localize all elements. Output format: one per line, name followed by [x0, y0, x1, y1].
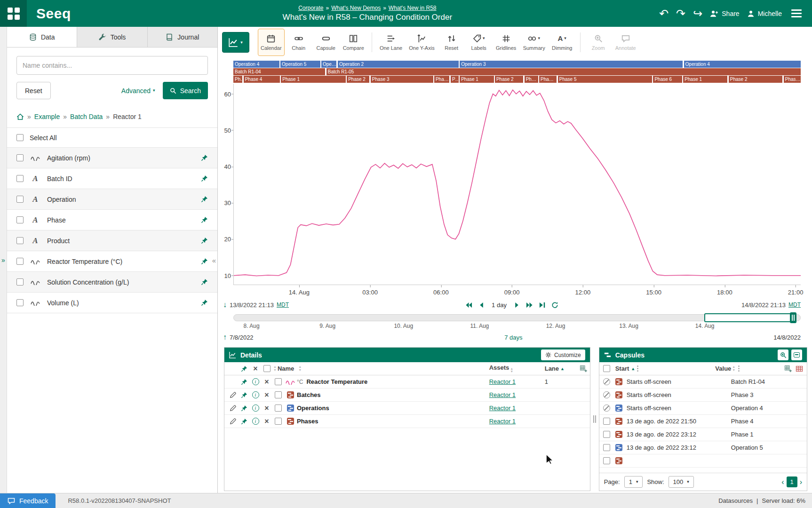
- column-menu-icon[interactable]: [637, 365, 638, 372]
- info-icon[interactable]: i: [252, 391, 259, 398]
- step-fast-back-button[interactable]: [465, 302, 472, 309]
- edit-icon[interactable]: [230, 392, 236, 398]
- column-lane[interactable]: Lane: [545, 365, 559, 372]
- row-checkbox[interactable]: [275, 378, 282, 385]
- toolbar-zoom-button[interactable]: Zoom: [585, 29, 612, 56]
- capsule-row[interactable]: Starts off-screen Operation 4: [599, 402, 807, 415]
- hamburger-menu-button[interactable]: [789, 8, 804, 19]
- step-fast-forward-button[interactable]: [526, 302, 533, 309]
- forward-share-icon[interactable]: ↪: [693, 8, 702, 19]
- item-checkbox[interactable]: [16, 258, 24, 265]
- zoom-to-capsules-button[interactable]: [778, 349, 788, 360]
- asset-link[interactable]: Reactor 1: [489, 378, 516, 385]
- item-checkbox[interactable]: [16, 299, 24, 306]
- show-select[interactable]: 100▾: [669, 476, 694, 488]
- pin-icon[interactable]: [241, 392, 247, 398]
- select-all-checkbox[interactable]: [16, 134, 24, 141]
- row-checkbox[interactable]: [603, 457, 610, 464]
- pin-icon[interactable]: [201, 258, 208, 265]
- capsule-segment[interactable]: Operation 3: [460, 61, 683, 68]
- row-checkbox[interactable]: [603, 444, 610, 451]
- remove-icon[interactable]: ×: [264, 391, 269, 399]
- capsule-segment[interactable]: Pha…: [539, 76, 557, 83]
- home-icon[interactable]: [16, 113, 24, 120]
- capsule-table-icon[interactable]: [796, 365, 803, 373]
- breadcrumb-link-demos[interactable]: What's New Demos: [331, 5, 381, 11]
- name-contains-input[interactable]: [16, 56, 208, 75]
- capsule-segment[interactable]: Batch R1-05: [326, 68, 801, 75]
- add-column-icon[interactable]: [580, 365, 587, 373]
- pin-icon[interactable]: [241, 379, 247, 385]
- step-to-end-button[interactable]: [539, 302, 546, 309]
- asset-link[interactable]: Reactor 1: [489, 418, 516, 425]
- item-row-solution-concentration[interactable]: Solution Concentration (g/L): [7, 272, 217, 293]
- item-checkbox[interactable]: [16, 237, 24, 244]
- item-checkbox[interactable]: [16, 196, 24, 203]
- step-back-button[interactable]: [478, 302, 485, 309]
- row-checkbox[interactable]: [275, 405, 282, 412]
- tab-tools[interactable]: Tools: [77, 27, 147, 47]
- asset-link[interactable]: Reactor 1: [489, 391, 516, 398]
- edit-icon[interactable]: [230, 405, 236, 412]
- capsule-segment[interactable]: Phase 1: [683, 76, 727, 83]
- display-range-selector[interactable]: [704, 313, 792, 322]
- auto-update-button[interactable]: [551, 302, 558, 309]
- capsule-row[interactable]: Starts off-screen Phase 3: [599, 389, 807, 402]
- plot-area[interactable]: 605040302010: [233, 84, 801, 285]
- add-column-icon[interactable]: [784, 365, 792, 373]
- redo-button[interactable]: ↷: [676, 8, 685, 19]
- toolbar-compare-button[interactable]: Compare: [340, 29, 367, 56]
- toolbar-labels-button[interactable]: ▾Labels: [466, 29, 492, 56]
- pin-icon[interactable]: [201, 175, 208, 182]
- toolbar-gridlines-button[interactable]: Gridlines: [493, 29, 519, 56]
- pin-icon[interactable]: [201, 216, 208, 223]
- sort-icons[interactable]: ▲▼: [273, 365, 277, 372]
- item-row-reactor-temperature[interactable]: Reactor Temperature (°C): [7, 251, 217, 272]
- column-assets[interactable]: Assets: [489, 364, 509, 371]
- view-mode-dropdown[interactable]: ▾: [222, 32, 249, 53]
- remove-icon[interactable]: ×: [264, 405, 269, 412]
- investigate-duration[interactable]: 7 days: [254, 334, 774, 341]
- item-row-batch-id[interactable]: A Batch ID: [7, 168, 217, 189]
- capsule-segment[interactable]: Phase 1: [460, 76, 494, 83]
- capsule-segment[interactable]: P…: [451, 76, 459, 83]
- seeq-logo[interactable]: Seeq: [27, 6, 80, 22]
- datasources-link[interactable]: Datasources: [718, 497, 753, 504]
- left-collapsed-panel-strip[interactable]: »: [0, 27, 7, 493]
- tab-data[interactable]: Data: [7, 27, 77, 47]
- toolbar-calendar-button[interactable]: Calendar: [258, 29, 285, 56]
- display-range-end[interactable]: 14/8/2022 21:13: [741, 302, 786, 309]
- info-icon[interactable]: i: [252, 378, 259, 385]
- capsule-row-partial[interactable]: [599, 454, 807, 468]
- row-checkbox[interactable]: [275, 418, 282, 425]
- reset-search-button[interactable]: Reset: [16, 82, 51, 99]
- column-name[interactable]: Name: [278, 365, 294, 372]
- x-axis[interactable]: 14. Aug03:0006:0009:0012:0015:0018:0021:…: [233, 285, 801, 298]
- capsule-row[interactable]: 13 de ago. de 2022 21:50 Phase 4: [599, 415, 807, 428]
- remove-icon[interactable]: ×: [264, 378, 269, 386]
- tab-journal[interactable]: Journal: [148, 27, 217, 47]
- capsule-row[interactable]: 13 de ago. de 2022 23:12 Operation 5: [599, 441, 807, 454]
- step-forward-button[interactable]: [513, 302, 520, 309]
- details-row-batches[interactable]: i × Batches Reactor 1: [224, 389, 590, 402]
- capsule-segment[interactable]: Phase 2: [347, 76, 369, 83]
- details-row-phases[interactable]: i × Phases Reactor 1: [224, 415, 590, 428]
- pin-icon[interactable]: [201, 299, 208, 306]
- collapse-sidebar-control[interactable]: «: [212, 256, 216, 264]
- investigate-end[interactable]: 14/8/2022: [773, 334, 801, 341]
- remove-icon[interactable]: ×: [264, 418, 269, 425]
- previous-page-button[interactable]: ‹: [781, 478, 784, 486]
- toolbar-one-lane-button[interactable]: One Lane: [377, 29, 405, 56]
- capsule-segment[interactable]: Phase 5: [558, 76, 652, 83]
- toolbar-one-y-axis-button[interactable]: One Y-Axis: [406, 29, 437, 56]
- investigate-timebar[interactable]: [233, 314, 801, 321]
- capsule-segment[interactable]: Operation 2: [338, 61, 459, 68]
- toolbar-chain-button[interactable]: Chain: [286, 29, 312, 56]
- toolbar-reset-button[interactable]: Reset: [438, 29, 465, 56]
- asset-link[interactable]: Reactor 1: [489, 405, 516, 412]
- item-checkbox[interactable]: [16, 216, 24, 223]
- select-all-capsules-checkbox[interactable]: [603, 365, 610, 372]
- row-checkbox[interactable]: [603, 418, 610, 425]
- pin-icon[interactable]: [241, 405, 247, 412]
- panel-resize-handle[interactable]: [591, 347, 598, 491]
